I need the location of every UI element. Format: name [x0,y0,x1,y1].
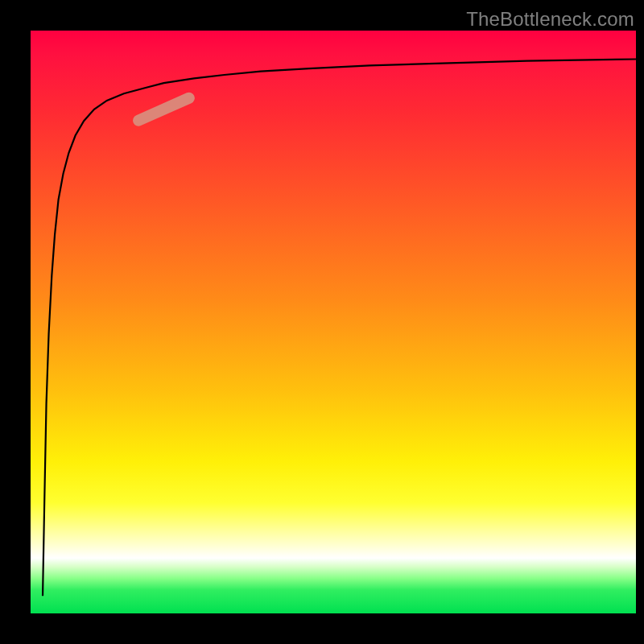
chart-wrap: TheBottleneck.com [0,0,644,644]
watermark-text: TheBottleneck.com [466,8,634,31]
plot-gradient-background [31,31,636,613]
